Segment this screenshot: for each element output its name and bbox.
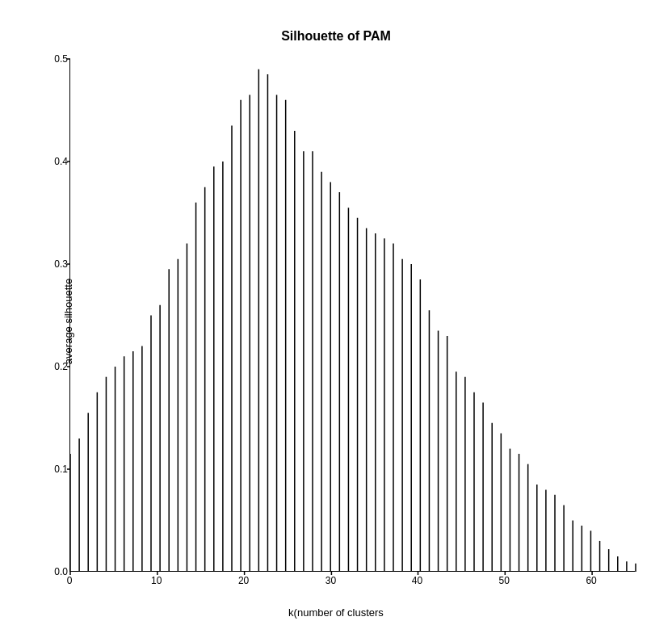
x-tick-label: 40 [412, 575, 422, 586]
bars-chart [70, 59, 635, 571]
x-tick-label: 0 [67, 575, 73, 586]
x-tick-label: 60 [586, 575, 596, 586]
y-tick-label: 0.4 [54, 156, 68, 167]
y-tick-label: 0.0 [54, 566, 68, 577]
x-tick-label: 30 [326, 575, 336, 586]
x-tick-label: 50 [499, 575, 510, 586]
y-tick-label: 0.3 [54, 258, 68, 270]
y-axis-ticks: 0.00.10.20.30.40.5 [55, 59, 69, 572]
y-tick-label: 0.1 [54, 464, 68, 475]
chart-container: Silhouette of PAM average silhouette k(n… [13, 15, 659, 628]
x-axis-label: k(number of clusters [13, 606, 659, 619]
y-tick-label: 0.2 [54, 361, 68, 372]
x-axis-ticks: 0102030405060 [69, 572, 635, 586]
x-tick-label: 10 [151, 575, 162, 586]
chart-title: Silhouette of PAM [13, 15, 659, 50]
chart-plot-area [69, 59, 635, 572]
y-tick-label: 0.5 [54, 53, 68, 65]
x-tick-label: 20 [238, 575, 249, 586]
